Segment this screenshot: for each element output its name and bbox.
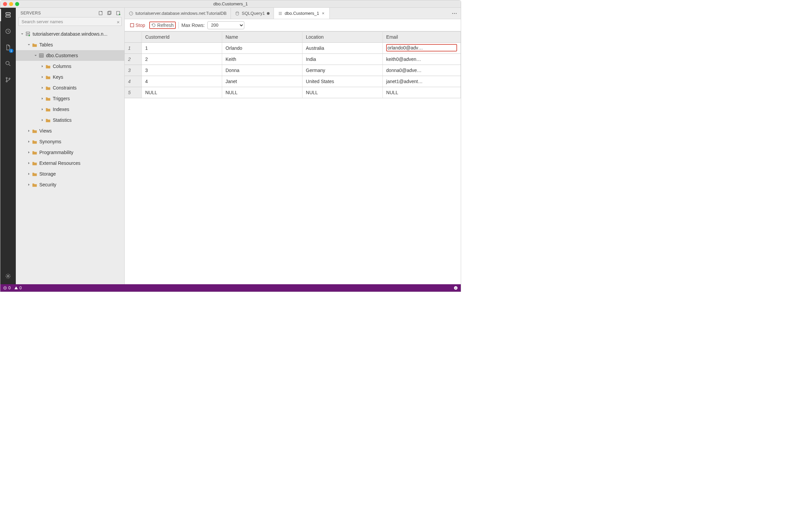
stop-icon: [130, 23, 134, 27]
table-cell[interactable]: 3: [142, 65, 222, 76]
tree-node[interactable]: Triggers: [16, 93, 124, 104]
activity-servers[interactable]: [3, 10, 13, 20]
svg-point-21: [456, 13, 457, 13]
tab-label: tutorialserver.database.windows.net:Tuto…: [136, 11, 227, 16]
status-warnings[interactable]: 0: [14, 286, 22, 290]
table-cell[interactable]: Donna: [222, 65, 302, 76]
maximize-window-button[interactable]: [15, 2, 19, 6]
explorer-badge: 1: [9, 49, 13, 53]
svg-point-25: [455, 287, 456, 288]
table-cell[interactable]: India: [302, 54, 383, 65]
svg-rect-22: [130, 24, 134, 27]
editor-tab[interactable]: tutorialserver.database.windows.net:Tuto…: [125, 8, 231, 19]
close-window-button[interactable]: [3, 2, 7, 6]
tree-node[interactable]: Tables: [16, 39, 124, 50]
table-row[interactable]: 44JanetUnited Statesjanet1@advent…: [125, 76, 461, 87]
table-cell[interactable]: NULL: [142, 87, 222, 98]
table-cell[interactable]: 4: [142, 76, 222, 87]
folder-icon: [32, 128, 37, 134]
server-icon: [5, 12, 11, 19]
chevron-right-icon: [27, 183, 31, 186]
search-input[interactable]: [19, 17, 122, 26]
table-cell[interactable]: Janet: [222, 76, 302, 87]
server-tree: tutorialserver.database.windows.n...Tabl…: [16, 28, 124, 284]
refresh-icon: [151, 23, 156, 28]
activity-task-history[interactable]: [3, 27, 13, 36]
table-cell[interactable]: NULL: [222, 87, 302, 98]
result-icon: [278, 11, 283, 16]
tree-node[interactable]: Security: [16, 179, 124, 190]
table-row[interactable]: 5NULLNULLNULLNULL: [125, 87, 461, 98]
table-cell[interactable]: NULL: [383, 87, 461, 98]
column-header[interactable]: Name: [222, 32, 302, 43]
svg-point-26: [456, 287, 457, 288]
editor-tab[interactable]: dbo.Customers_1×: [274, 8, 330, 19]
column-header[interactable]: Email: [383, 32, 461, 43]
column-header[interactable]: Location: [302, 32, 383, 43]
table-cell[interactable]: keith0@adven…: [383, 54, 461, 65]
activity-settings[interactable]: [3, 271, 13, 281]
table-cell[interactable]: Keith: [222, 54, 302, 65]
chevron-right-icon: [41, 75, 44, 79]
tree-node[interactable]: tutorialserver.database.windows.n...: [16, 29, 124, 39]
tree-node[interactable]: External Resources: [16, 158, 124, 168]
table-cell[interactable]: United States: [302, 76, 383, 87]
clear-search-icon[interactable]: ×: [117, 19, 120, 25]
minimize-window-button[interactable]: [9, 2, 13, 6]
stop-button[interactable]: Stop: [129, 22, 147, 29]
data-table[interactable]: CustomerIdNameLocationEmail11OrlandoAust…: [125, 31, 461, 98]
table-cell[interactable]: janet1@advent…: [383, 76, 461, 87]
activity-explorer[interactable]: 1: [3, 43, 13, 52]
svg-point-12: [119, 14, 120, 15]
status-errors[interactable]: 0: [3, 286, 11, 290]
table-row[interactable]: 22KeithIndiakeith0@adven…: [125, 54, 461, 65]
table-cell[interactable]: donna0@adve…: [383, 65, 461, 76]
tab-more-button[interactable]: [448, 8, 461, 19]
table-cell[interactable]: 2: [142, 54, 222, 65]
table-cell[interactable]: 1: [142, 43, 222, 54]
table-cell[interactable]: Orlando: [222, 43, 302, 54]
table-cell[interactable]: Germany: [302, 65, 383, 76]
activity-search[interactable]: [3, 59, 13, 68]
tree-node[interactable]: Synonyms: [16, 136, 124, 147]
tree-node[interactable]: Programmability: [16, 147, 124, 158]
column-header[interactable]: CustomerId: [142, 32, 222, 43]
status-feedback[interactable]: [454, 286, 458, 290]
editor-area: tutorialserver.database.windows.net:Tuto…: [125, 8, 461, 284]
table-cell[interactable]: Australia: [302, 43, 383, 54]
show-active-connections-button[interactable]: [116, 10, 121, 16]
table-row[interactable]: 11OrlandoAustraliaorlando0@adv…: [125, 43, 461, 54]
folder-icon: [46, 96, 51, 101]
tree-node[interactable]: Keys: [16, 72, 124, 82]
results-toolbar: Stop Refresh Max Rows: 200: [125, 19, 461, 31]
activity-source-control[interactable]: [3, 75, 13, 84]
new-server-group-button[interactable]: [107, 10, 112, 16]
tree-node[interactable]: Statistics: [16, 115, 124, 126]
tree-node[interactable]: dbo.Customers: [16, 50, 124, 61]
tree-node[interactable]: Views: [16, 126, 124, 136]
toolbar-separator: [178, 22, 179, 29]
titlebar: dbo.Customers_1: [0, 0, 461, 8]
feedback-icon: [454, 286, 458, 290]
tree-node-label: Tables: [39, 42, 53, 48]
table-row[interactable]: 33DonnaGermanydonna0@adve…: [125, 65, 461, 76]
close-icon[interactable]: ×: [321, 11, 325, 16]
chevron-right-icon: [41, 64, 44, 68]
editor-tab[interactable]: SQLQuery1: [231, 8, 274, 19]
table-cell[interactable]: NULL: [302, 87, 383, 98]
tree-node[interactable]: Columns: [16, 61, 124, 72]
tree-node[interactable]: Constraints: [16, 82, 124, 93]
refresh-button[interactable]: Refresh: [149, 22, 176, 29]
chevron-right-icon: [27, 161, 31, 165]
max-rows-select[interactable]: 200: [207, 21, 244, 29]
svg-point-24: [454, 286, 458, 290]
tree-node[interactable]: Indexes: [16, 104, 124, 115]
row-number: 1: [125, 43, 142, 54]
tree-node-label: Columns: [53, 63, 71, 69]
row-number: 2: [125, 54, 142, 65]
tree-node[interactable]: Storage: [16, 168, 124, 179]
new-connection-button[interactable]: [98, 10, 104, 16]
table-cell[interactable]: orlando0@adv…: [383, 43, 461, 54]
error-icon: [3, 286, 7, 290]
server-icon: [25, 31, 31, 37]
